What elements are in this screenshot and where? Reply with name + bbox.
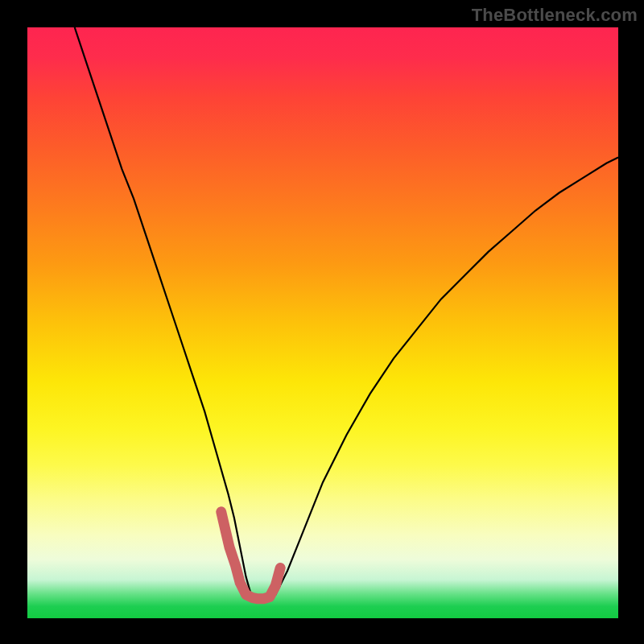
chart-frame: TheBottleneck.com (0, 0, 644, 644)
highlight-segment (221, 512, 280, 599)
watermark-text: TheBottleneck.com (472, 5, 638, 26)
plot-area (27, 27, 618, 618)
curves-svg (27, 27, 618, 618)
bottleneck-curve (75, 27, 618, 601)
